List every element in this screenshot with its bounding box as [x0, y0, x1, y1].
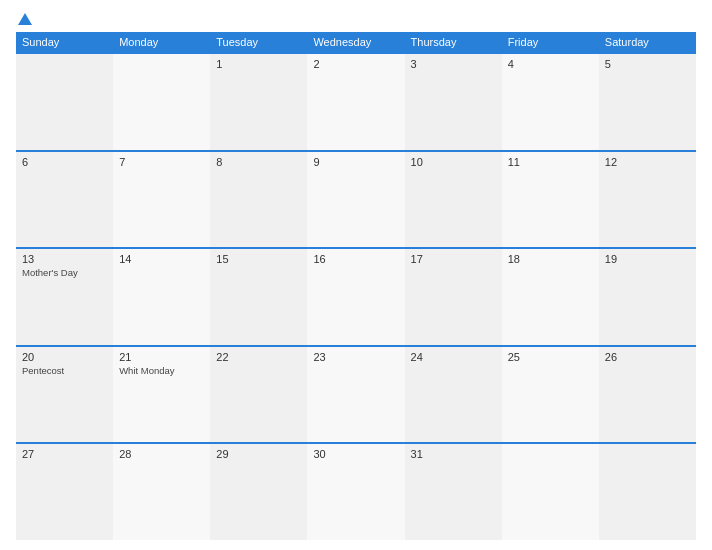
- calendar-cell: 31: [405, 444, 502, 540]
- day-number: 9: [313, 156, 398, 168]
- calendar-cell: 20Pentecost: [16, 347, 113, 443]
- calendar-cell: 15: [210, 249, 307, 345]
- calendar: SundayMondayTuesdayWednesdayThursdayFrid…: [16, 32, 696, 540]
- day-number: 23: [313, 351, 398, 363]
- day-number: 3: [411, 58, 496, 70]
- header: [16, 10, 696, 26]
- calendar-cell: 1: [210, 54, 307, 150]
- calendar-cell: 23: [307, 347, 404, 443]
- calendar-week: 2728293031: [16, 442, 696, 540]
- calendar-cell: 24: [405, 347, 502, 443]
- event-label: Mother's Day: [22, 267, 107, 279]
- day-number: 4: [508, 58, 593, 70]
- logo-line1: [16, 10, 32, 26]
- calendar-cell: 19: [599, 249, 696, 345]
- event-label: Whit Monday: [119, 365, 204, 377]
- day-number: 5: [605, 58, 690, 70]
- day-number: 22: [216, 351, 301, 363]
- calendar-cell: 22: [210, 347, 307, 443]
- calendar-body: 12345678910111213Mother's Day14151617181…: [16, 52, 696, 540]
- day-number: 12: [605, 156, 690, 168]
- calendar-cell: 3: [405, 54, 502, 150]
- page: SundayMondayTuesdayWednesdayThursdayFrid…: [0, 0, 712, 550]
- day-number: 7: [119, 156, 204, 168]
- day-number: 20: [22, 351, 107, 363]
- calendar-week: 13Mother's Day141516171819: [16, 247, 696, 345]
- day-number: 28: [119, 448, 204, 460]
- event-label: Pentecost: [22, 365, 107, 377]
- calendar-cell: 29: [210, 444, 307, 540]
- calendar-cell: [113, 54, 210, 150]
- calendar-week: 20Pentecost21Whit Monday2223242526: [16, 345, 696, 443]
- day-number: 29: [216, 448, 301, 460]
- day-of-week-header: Monday: [113, 32, 210, 52]
- calendar-cell: 11: [502, 152, 599, 248]
- calendar-cell: 13Mother's Day: [16, 249, 113, 345]
- calendar-cell: 27: [16, 444, 113, 540]
- day-number: 2: [313, 58, 398, 70]
- calendar-cell: [16, 54, 113, 150]
- calendar-cell: 2: [307, 54, 404, 150]
- calendar-cell: 17: [405, 249, 502, 345]
- calendar-header: SundayMondayTuesdayWednesdayThursdayFrid…: [16, 32, 696, 52]
- calendar-cell: 16: [307, 249, 404, 345]
- day-number: 13: [22, 253, 107, 265]
- day-number: 21: [119, 351, 204, 363]
- calendar-cell: 21Whit Monday: [113, 347, 210, 443]
- day-number: 10: [411, 156, 496, 168]
- calendar-week: 12345: [16, 52, 696, 150]
- day-of-week-header: Sunday: [16, 32, 113, 52]
- day-number: 1: [216, 58, 301, 70]
- day-number: 17: [411, 253, 496, 265]
- calendar-cell: 4: [502, 54, 599, 150]
- day-number: 31: [411, 448, 496, 460]
- calendar-cell: 18: [502, 249, 599, 345]
- calendar-cell: 8: [210, 152, 307, 248]
- day-of-week-header: Thursday: [405, 32, 502, 52]
- calendar-cell: 25: [502, 347, 599, 443]
- calendar-cell: 9: [307, 152, 404, 248]
- calendar-cell: 28: [113, 444, 210, 540]
- calendar-cell: [599, 444, 696, 540]
- day-of-week-header: Tuesday: [210, 32, 307, 52]
- calendar-cell: 12: [599, 152, 696, 248]
- logo: [16, 10, 32, 26]
- day-of-week-header: Saturday: [599, 32, 696, 52]
- day-of-week-header: Friday: [502, 32, 599, 52]
- day-number: 30: [313, 448, 398, 460]
- calendar-cell: 26: [599, 347, 696, 443]
- day-of-week-header: Wednesday: [307, 32, 404, 52]
- calendar-cell: 10: [405, 152, 502, 248]
- day-number: 14: [119, 253, 204, 265]
- day-number: 6: [22, 156, 107, 168]
- calendar-cell: 7: [113, 152, 210, 248]
- calendar-cell: 14: [113, 249, 210, 345]
- day-number: 26: [605, 351, 690, 363]
- day-number: 11: [508, 156, 593, 168]
- calendar-week: 6789101112: [16, 150, 696, 248]
- day-number: 24: [411, 351, 496, 363]
- day-number: 16: [313, 253, 398, 265]
- logo-triangle-icon: [18, 13, 32, 25]
- day-number: 25: [508, 351, 593, 363]
- calendar-cell: 30: [307, 444, 404, 540]
- day-number: 27: [22, 448, 107, 460]
- calendar-cell: 6: [16, 152, 113, 248]
- day-number: 18: [508, 253, 593, 265]
- calendar-cell: [502, 444, 599, 540]
- day-number: 8: [216, 156, 301, 168]
- day-number: 15: [216, 253, 301, 265]
- calendar-cell: 5: [599, 54, 696, 150]
- day-number: 19: [605, 253, 690, 265]
